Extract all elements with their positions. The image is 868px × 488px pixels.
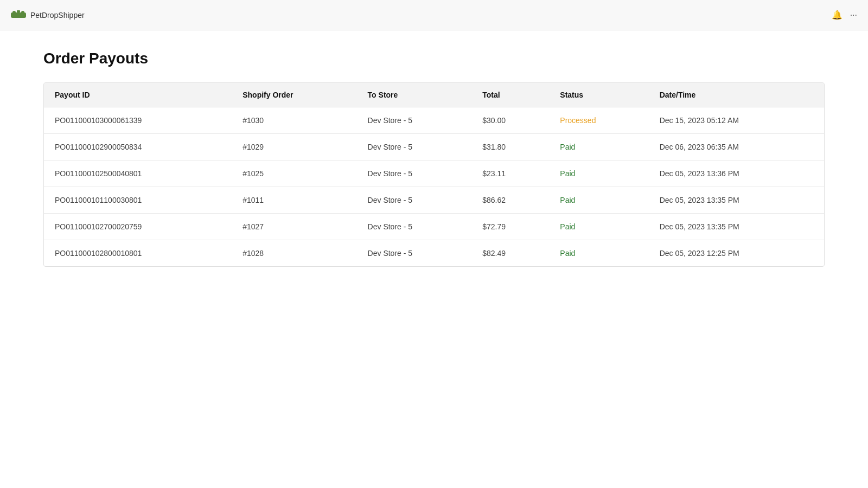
cell-datetime: Dec 05, 2023 13:36 PM	[649, 160, 824, 187]
cell-payout-id: PO011000102900050834	[44, 134, 232, 160]
col-header-shopify-order: Shopify Order	[232, 83, 356, 107]
col-header-status: Status	[549, 83, 648, 107]
navbar-right: 🔔 ···	[832, 10, 857, 20]
cell-payout-id: PO011000102700020759	[44, 214, 232, 240]
cell-total: $82.49	[471, 240, 549, 267]
cell-shopify-order: #1011	[232, 187, 356, 214]
col-header-total: Total	[471, 83, 549, 107]
col-header-payout-id: Payout ID	[44, 83, 232, 107]
cell-status: Processed	[549, 107, 648, 134]
cell-shopify-order: #1030	[232, 107, 356, 134]
cell-total: $30.00	[471, 107, 549, 134]
status-badge: Paid	[560, 196, 575, 204]
bell-icon[interactable]: 🔔	[832, 10, 843, 20]
status-badge: Paid	[560, 169, 575, 178]
cell-datetime: Dec 05, 2023 13:35 PM	[649, 214, 824, 240]
status-badge: Paid	[560, 143, 575, 151]
cell-to-store: Dev Store - 5	[357, 107, 472, 134]
table-header-row: Payout ID Shopify Order To Store Total S…	[44, 83, 824, 107]
cell-shopify-order: #1025	[232, 160, 356, 187]
cell-total: $31.80	[471, 134, 549, 160]
cell-status: Paid	[549, 134, 648, 160]
col-header-to-store: To Store	[357, 83, 472, 107]
table-row[interactable]: PO011000103000061339 #1030 Dev Store - 5…	[44, 107, 824, 134]
cell-shopify-order: #1027	[232, 214, 356, 240]
more-options-icon[interactable]: ···	[850, 10, 857, 20]
cell-status: Paid	[549, 160, 648, 187]
page-title: Order Payouts	[43, 50, 825, 67]
navbar-left: PetDropShipper	[11, 10, 85, 20]
cell-total: $23.11	[471, 160, 549, 187]
cell-status: Paid	[549, 240, 648, 267]
cell-datetime: Dec 06, 2023 06:35 AM	[649, 134, 824, 160]
cell-payout-id: PO011000101100030801	[44, 187, 232, 214]
cell-shopify-order: #1029	[232, 134, 356, 160]
cell-shopify-order: #1028	[232, 240, 356, 267]
svg-point-1	[12, 11, 16, 14]
payouts-table-wrapper: Payout ID Shopify Order To Store Total S…	[43, 82, 825, 267]
table-row[interactable]: PO011000102900050834 #1029 Dev Store - 5…	[44, 134, 824, 160]
app-logo	[11, 10, 26, 20]
svg-point-3	[21, 11, 24, 14]
status-badge: Processed	[560, 116, 596, 125]
table-body: PO011000103000061339 #1030 Dev Store - 5…	[44, 107, 824, 267]
app-brand-name: PetDropShipper	[30, 11, 85, 20]
cell-datetime: Dec 05, 2023 12:25 PM	[649, 240, 824, 267]
cell-payout-id: PO011000102500040801	[44, 160, 232, 187]
table-row[interactable]: PO011000102700020759 #1027 Dev Store - 5…	[44, 214, 824, 240]
payouts-table: Payout ID Shopify Order To Store Total S…	[44, 83, 824, 266]
cell-to-store: Dev Store - 5	[357, 134, 472, 160]
cell-to-store: Dev Store - 5	[357, 240, 472, 267]
table-header: Payout ID Shopify Order To Store Total S…	[44, 83, 824, 107]
cell-datetime: Dec 05, 2023 13:35 PM	[649, 187, 824, 214]
table-row[interactable]: PO011000102800010801 #1028 Dev Store - 5…	[44, 240, 824, 267]
col-header-datetime: Date/Time	[649, 83, 824, 107]
cell-to-store: Dev Store - 5	[357, 187, 472, 214]
cell-to-store: Dev Store - 5	[357, 214, 472, 240]
cell-payout-id: PO011000102800010801	[44, 240, 232, 267]
cell-status: Paid	[549, 214, 648, 240]
cell-total: $86.62	[471, 187, 549, 214]
status-badge: Paid	[560, 249, 575, 258]
table-row[interactable]: PO011000102500040801 #1025 Dev Store - 5…	[44, 160, 824, 187]
cell-datetime: Dec 15, 2023 05:12 AM	[649, 107, 824, 134]
cell-to-store: Dev Store - 5	[357, 160, 472, 187]
main-content: Order Payouts Payout ID Shopify Order To…	[0, 30, 868, 286]
cell-payout-id: PO011000103000061339	[44, 107, 232, 134]
table-row[interactable]: PO011000101100030801 #1011 Dev Store - 5…	[44, 187, 824, 214]
cell-status: Paid	[549, 187, 648, 214]
status-badge: Paid	[560, 222, 575, 231]
navbar: PetDropShipper 🔔 ···	[0, 0, 868, 30]
cell-total: $72.79	[471, 214, 549, 240]
